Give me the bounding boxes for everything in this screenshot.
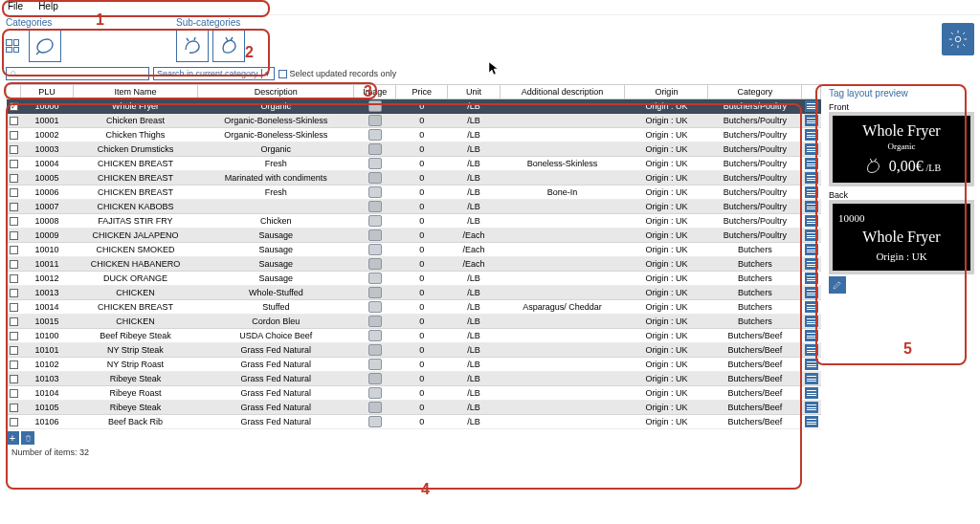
row-checkbox[interactable] [10,188,18,197]
row-action-button[interactable] [805,402,818,413]
row-action-button[interactable] [805,373,818,384]
row-checkbox[interactable] [10,231,18,240]
subcategory-tile-1[interactable] [176,30,209,62]
row-checkbox[interactable] [10,289,18,297]
cell-image[interactable] [354,415,396,429]
col-image[interactable]: Image [354,85,396,99]
table-row[interactable]: 10001Chicken BreastOrganic-Boneless-Skin… [7,114,821,128]
cell-image[interactable] [354,315,396,329]
row-action-button[interactable] [805,387,818,399]
cell-image[interactable] [354,372,396,386]
subcategory-tile-2[interactable] [212,30,245,62]
col-add[interactable]: Additional description [500,85,625,99]
row-action-button[interactable] [805,287,818,298]
row-checkbox[interactable] [10,317,18,326]
search-input[interactable] [18,69,145,78]
row-action-button[interactable] [805,330,818,341]
table-row[interactable]: 10003Chicken DrumsticksOrganic0/LBOrigin… [7,142,821,157]
cell-image[interactable] [354,386,396,401]
col-origin[interactable]: Origin [625,85,708,99]
table-row[interactable]: 10014CHICKEN BREASTStuffed0/LBAsparagus/… [7,300,821,315]
row-action-button[interactable] [805,244,818,255]
menu-help[interactable]: Help [38,1,58,13]
cell-image[interactable] [354,243,396,257]
row-action-button[interactable] [805,215,818,227]
cell-image[interactable] [354,214,396,229]
cell-image[interactable] [354,157,396,171]
row-checkbox[interactable] [10,145,18,154]
row-action-button[interactable] [805,229,818,241]
table-row[interactable]: 10005CHICKEN BREASTMarinated with condim… [7,171,821,186]
table-row[interactable]: 10106Beef Back RibGrass Fed Natural0/LBO… [7,415,821,429]
row-action-button[interactable] [805,158,818,169]
table-row[interactable]: 10100Beef Ribeye SteakUSDA Choice Beef0/… [7,329,821,343]
row-checkbox[interactable] [10,303,18,312]
row-checkbox[interactable] [10,203,18,211]
row-action-button[interactable] [805,359,818,370]
col-desc[interactable]: Description [198,85,354,99]
cell-image[interactable] [354,257,396,272]
row-checkbox[interactable] [10,160,18,168]
col-unit[interactable]: Unit [448,85,500,99]
row-action-button[interactable] [805,273,818,284]
delete-item-button[interactable] [21,431,34,445]
cell-image[interactable] [354,358,396,372]
row-checkbox[interactable] [10,332,18,340]
table-row[interactable]: 10013CHICKENWhole-Stuffed0/LBOrigin : UK… [7,286,821,300]
search-box[interactable] [6,67,149,80]
cell-image[interactable] [354,99,396,114]
cell-image[interactable] [354,272,396,286]
row-action-button[interactable] [805,201,818,212]
row-action-button[interactable] [805,301,818,313]
row-checkbox[interactable] [10,375,18,383]
table-row[interactable]: 10006CHICKEN BREASTFresh0/LBBone-InOrigi… [7,186,821,200]
row-checkbox[interactable] [10,274,18,283]
table-row[interactable]: 10002Chicken ThighsOrganic-Boneless-Skin… [7,128,821,142]
row-action-button[interactable] [805,129,818,141]
cell-image[interactable] [354,343,396,358]
table-row[interactable]: 10103Ribeye SteakGrass Fed Natural0/LBOr… [7,372,821,386]
table-row[interactable]: 10000Whole FryerOrganic0/LBOrigin : UKBu… [7,99,821,114]
row-checkbox[interactable] [10,346,18,355]
table-row[interactable]: 10010CHICKEN SMOKEDSausage0/EachOrigin :… [7,243,821,257]
cell-image[interactable] [354,229,396,243]
category-meat-tile[interactable] [29,30,61,62]
table-row[interactable]: 10008FAJITAS STIR FRYChicken0/LBOrigin :… [7,214,821,229]
cell-image[interactable] [354,401,396,415]
row-checkbox[interactable] [10,174,18,183]
row-action-button[interactable] [805,143,818,155]
col-cat[interactable]: Category [708,85,802,99]
updated-only-checkbox[interactable] [278,70,287,78]
cell-image[interactable] [354,171,396,186]
row-checkbox[interactable] [10,131,18,140]
cell-image[interactable] [354,128,396,142]
cell-image[interactable] [354,142,396,157]
add-item-button[interactable]: + [6,431,19,445]
row-checkbox[interactable] [10,102,18,111]
cell-image[interactable] [354,286,396,300]
menu-file[interactable]: File [8,1,23,13]
row-checkbox[interactable] [10,117,18,125]
row-action-button[interactable] [805,344,818,356]
col-plu[interactable]: PLU [21,85,73,99]
col-price[interactable]: Price [395,85,447,99]
row-action-button[interactable] [805,115,818,126]
table-row[interactable]: 10101NY Strip SteakGrass Fed Natural0/LB… [7,343,821,358]
col-name[interactable]: Item Name [73,85,198,99]
row-action-button[interactable] [805,416,818,427]
row-checkbox[interactable] [10,217,18,226]
cell-image[interactable] [354,186,396,200]
row-checkbox[interactable] [10,389,18,398]
row-checkbox[interactable] [10,360,18,369]
cell-image[interactable] [354,300,396,315]
cell-image[interactable] [354,329,396,343]
table-row[interactable]: 10015CHICKENCordon Bleu0/LBOrigin : UKBu… [7,315,821,329]
table-row[interactable]: 10009CHICKEN JALAPENOSausage0/EachOrigin… [7,229,821,243]
row-checkbox[interactable] [10,418,18,426]
grid-view-icon[interactable] [6,39,19,53]
cell-image[interactable] [354,114,396,128]
row-action-button[interactable] [805,316,818,327]
table-row[interactable]: 10011CHICKEN HABANEROSausage0/EachOrigin… [7,257,821,272]
row-checkbox[interactable] [10,260,18,269]
edit-tag-button[interactable] [829,276,846,294]
